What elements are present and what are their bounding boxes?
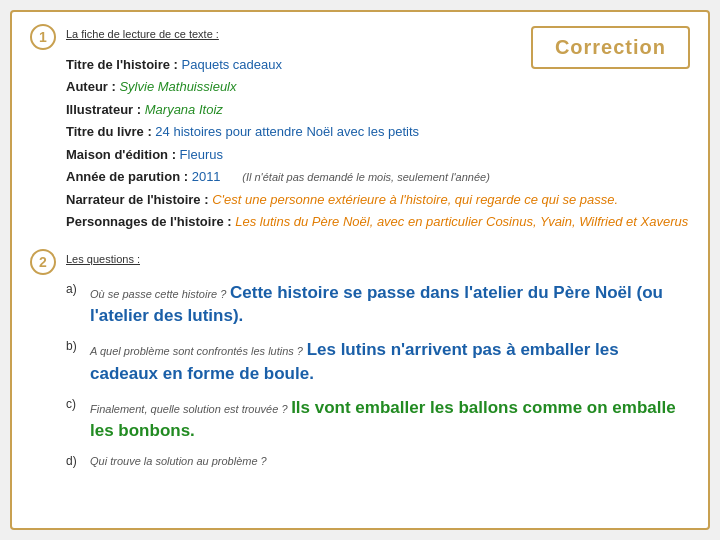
illustrateur-line: Illustrateur : Maryana Itoiz <box>66 99 690 120</box>
narrateur-label: Narrateur de l'histoire : <box>66 192 212 207</box>
titre-livre-line: Titre du livre : 24 histoires pour atten… <box>66 121 690 142</box>
personnages-line: Personnages de l'histoire : Les lutins d… <box>66 211 690 232</box>
annee-parution-line: Année de parution : 2011 (Il n'était pas… <box>66 166 690 187</box>
q-c-content: Finalement, quelle solution est trouvée … <box>90 396 690 444</box>
section-1-label: La fiche de lecture de ce texte : <box>66 28 219 40</box>
illustrateur-value: Maryana Itoiz <box>145 102 223 117</box>
personnages-label: Personnages de l'histoire : <box>66 214 235 229</box>
correction-box: Correction <box>531 26 690 69</box>
titre-histoire-value: Paquets cadeaux <box>182 57 282 72</box>
q-c-small: Finalement, quelle solution est trouvée … <box>90 403 288 415</box>
annee-note: (Il n'était pas demandé le mois, seuleme… <box>242 171 490 183</box>
titre-livre-value: 24 histoires pour attendre Noël avec les… <box>155 124 419 139</box>
q-b-letter: b) <box>66 339 84 353</box>
q-b-small: A quel problème sont confrontés les luti… <box>90 345 303 357</box>
maison-edition-label: Maison d'édition : <box>66 147 180 162</box>
narrateur-line: Narrateur de l'histoire : C'est une pers… <box>66 189 690 210</box>
q-c-letter: c) <box>66 397 84 411</box>
q-d-content: Qui trouve la solution au problème ? <box>90 453 690 468</box>
section-1-number: 1 <box>30 24 56 50</box>
annee-parution-label: Année de parution : <box>66 169 192 184</box>
q-a-letter: a) <box>66 282 84 296</box>
question-c: c) Finalement, quelle solution est trouv… <box>66 396 690 444</box>
main-page: 1 La fiche de lecture de ce texte : Corr… <box>10 10 710 530</box>
question-a: a) Où se passe cette histoire ? Cette hi… <box>66 281 690 329</box>
illustrateur-label: Illustrateur : <box>66 102 145 117</box>
questions-list: a) Où se passe cette histoire ? Cette hi… <box>66 281 690 469</box>
section-1-content: Titre de l'histoire : Paquets cadeaux Au… <box>66 54 690 233</box>
titre-livre-label: Titre du livre : <box>66 124 155 139</box>
personnages-value: Les lutins du Père Noël, avec en particu… <box>235 214 688 229</box>
narrateur-value: C'est une personne extérieure à l'histoi… <box>212 192 618 207</box>
auteur-label: Auteur : <box>66 79 119 94</box>
q-d-small: Qui trouve la solution au problème ? <box>90 455 267 467</box>
q-b-content: A quel problème sont confrontés les luti… <box>90 338 690 386</box>
section-1: 1 La fiche de lecture de ce texte : Corr… <box>30 26 690 233</box>
section-2-header: 2 Les questions : <box>30 251 690 275</box>
annee-parution-value: 2011 <box>192 169 221 184</box>
question-d: d) Qui trouve la solution au problème ? <box>66 453 690 468</box>
titre-histoire-label: Titre de l'histoire : <box>66 57 182 72</box>
section-2-number: 2 <box>30 249 56 275</box>
questions-label: Les questions : <box>66 253 140 265</box>
section-2: 2 Les questions : a) Où se passe cette h… <box>30 251 690 469</box>
maison-edition-value: Fleurus <box>180 147 223 162</box>
maison-edition-line: Maison d'édition : Fleurus <box>66 144 690 165</box>
question-b: b) A quel problème sont confrontés les l… <box>66 338 690 386</box>
q-a-small: Où se passe cette histoire ? <box>90 288 226 300</box>
auteur-value: Sylvie Mathuissieulx <box>119 79 236 94</box>
q-a-content: Où se passe cette histoire ? Cette histo… <box>90 281 690 329</box>
auteur-line: Auteur : Sylvie Mathuissieulx <box>66 76 690 97</box>
q-d-letter: d) <box>66 454 84 468</box>
